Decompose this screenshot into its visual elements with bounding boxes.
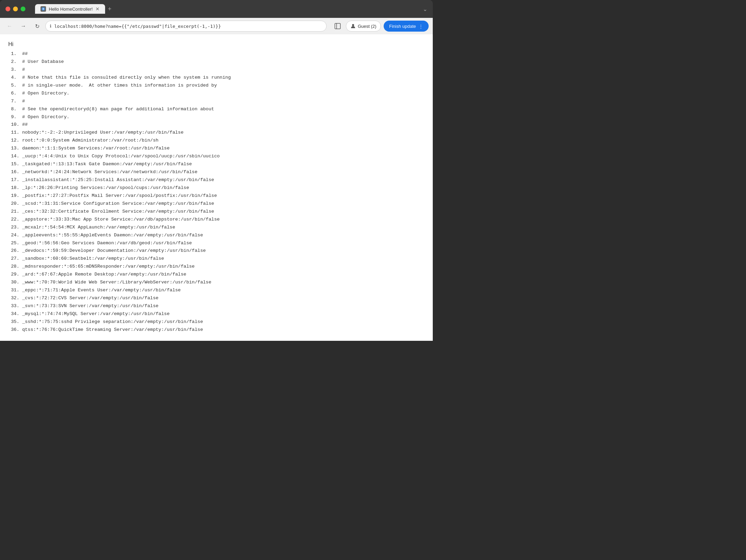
- tab-favicon-icon: [41, 6, 46, 12]
- file-listing: 1. ##2. # User Database3. #4. # Note tha…: [8, 50, 425, 334]
- list-item: 10. ##: [11, 121, 425, 129]
- list-item: 33. _svn:*:73:73:SVN Server:/var/empty:/…: [11, 302, 425, 310]
- browser-window: Hello HomeController! ✕ + ⌄ ← → ↻ ℹ loca…: [0, 0, 433, 341]
- list-item: 3. #: [11, 66, 425, 74]
- nav-bar: ← → ↻ ℹ localhost:8000/home?name={{"/etc…: [0, 18, 433, 34]
- forward-icon: →: [21, 23, 26, 29]
- list-item: 5. # in single-user mode. At other times…: [11, 82, 425, 90]
- list-item: 19. _postfix:*:27:27:Postfix Mail Server…: [11, 192, 425, 200]
- sidebar-icon: [335, 23, 341, 29]
- minimize-window-button[interactable]: [13, 7, 18, 11]
- list-item: 7. #: [11, 98, 425, 105]
- list-item: 11. nobody:*:-2:-2:Unprivileged User:/va…: [11, 129, 425, 137]
- list-item: 20. _scsd:*:31:31:Service Configuration …: [11, 200, 425, 208]
- url-text: localhost:8000/home?name={{"/etc/passwd"…: [54, 24, 221, 29]
- greeting: Hi: [8, 41, 425, 47]
- new-tab-button[interactable]: +: [108, 5, 112, 13]
- list-item: 22. _appstore:*:33:33:Mac App Store Serv…: [11, 216, 425, 224]
- list-item: 30. _www:*:70:70:World Wide Web Server:/…: [11, 279, 425, 287]
- list-item: 26. _devdocs:*:59:59:Developer Documenta…: [11, 247, 425, 255]
- list-item: 8. # See the opendirectoryd(8) man page …: [11, 105, 425, 113]
- page-content: Hi 1. ##2. # User Database3. #4. # Note …: [0, 34, 433, 341]
- nav-right-controls: Guest (2) Finish update ⋮: [332, 21, 429, 32]
- list-item: 28. _mdnsresponder:*:65:65:mDNSResponder…: [11, 263, 425, 271]
- list-item: 13. daemon:*:1:1:System Services:/var/ro…: [11, 145, 425, 153]
- tab-bar: Hello HomeController! ✕ +: [35, 4, 419, 14]
- tab-title: Hello HomeController!: [49, 7, 93, 12]
- back-button[interactable]: ←: [4, 21, 15, 32]
- tab-close-button[interactable]: ✕: [95, 6, 100, 12]
- list-item: 31. _eppc:*:71:71:Apple Events User:/var…: [11, 287, 425, 294]
- list-item: 17. _installassistant:*:25:25:Install As…: [11, 176, 425, 184]
- list-item: 32. _cvs:*:72:72:CVS Server:/var/empty:/…: [11, 294, 425, 302]
- address-bar[interactable]: ℹ localhost:8000/home?name={{"/etc/passw…: [45, 21, 327, 32]
- sidebar-toggle-button[interactable]: [332, 21, 343, 32]
- traffic-lights: [5, 7, 25, 11]
- finish-update-button[interactable]: Finish update ⋮: [384, 21, 429, 32]
- finish-update-more-icon: ⋮: [419, 24, 423, 29]
- list-item: 34. _mysql:*:74:74:MySQL Server:/var/emp…: [11, 310, 425, 318]
- list-item: 23. _mcxalr:*:54:54:MCX AppLaunch:/var/e…: [11, 224, 425, 232]
- list-item: 16. _networkd:*:24:24:Network Services:/…: [11, 168, 425, 176]
- finish-update-label: Finish update: [389, 24, 416, 29]
- list-item: 1. ##: [11, 50, 425, 58]
- list-item: 15. _taskgated:*:13:13:Task Gate Daemon:…: [11, 160, 425, 168]
- tab-expand-icon[interactable]: ⌄: [423, 6, 427, 12]
- list-item: 35. _sshd:*:75:75:sshd Privilege separat…: [11, 318, 425, 326]
- svg-rect-1: [335, 23, 340, 29]
- list-item: 24. _appleevents:*:55:55:AppleEvents Dae…: [11, 232, 425, 239]
- list-item: 4. # Note that this file is consulted di…: [11, 74, 425, 82]
- list-item: 14. _uucp:*:4:4:Unix to Unix Copy Protoc…: [11, 153, 425, 160]
- profile-icon: [350, 23, 356, 29]
- list-item: 27. _sandbox:*:60:60:Seatbelt:/var/empty…: [11, 255, 425, 263]
- close-window-button[interactable]: [5, 7, 10, 11]
- maximize-window-button[interactable]: [21, 7, 25, 11]
- list-item: 25. _geod:*:56:56:Geo Services Daemon:/v…: [11, 239, 425, 247]
- list-item: 36. qtss:*:76:76:QuickTime Streaming Ser…: [11, 326, 425, 334]
- list-item: 9. # Open Directory.: [11, 113, 425, 121]
- refresh-button[interactable]: ↻: [32, 21, 43, 32]
- list-item: 21. _ces:*:32:32:Certificate Enrollment …: [11, 208, 425, 216]
- active-tab[interactable]: Hello HomeController! ✕: [35, 4, 105, 14]
- title-bar: Hello HomeController! ✕ + ⌄: [0, 0, 433, 18]
- profile-label: Guest (2): [358, 24, 376, 29]
- list-item: 29. _ard:*:67:67:Apple Remote Desktop:/v…: [11, 271, 425, 279]
- list-item: 12. root:*:0:0:System Administrator:/var…: [11, 137, 425, 145]
- forward-button[interactable]: →: [18, 21, 29, 32]
- refresh-icon: ↻: [35, 23, 39, 30]
- lock-icon: ℹ: [50, 24, 52, 29]
- svg-point-3: [352, 24, 354, 26]
- list-item: 6. # Open Directory.: [11, 90, 425, 98]
- list-item: 18. _lp:*:26:26:Printing Services:/var/s…: [11, 184, 425, 192]
- profile-button[interactable]: Guest (2): [346, 21, 381, 32]
- list-item: 2. # User Database: [11, 58, 425, 66]
- back-icon: ←: [7, 23, 12, 29]
